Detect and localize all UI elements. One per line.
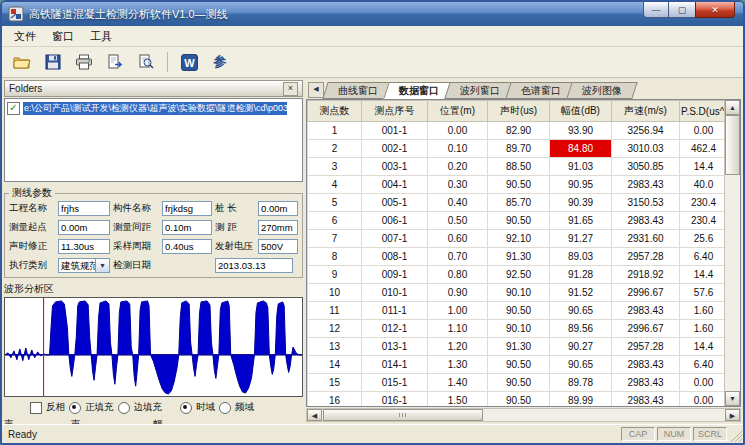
col-point-id[interactable]: 测点序号 — [362, 101, 428, 122]
table-cell[interactable]: 2 — [308, 140, 362, 158]
table-cell[interactable]: 90.50 — [488, 356, 550, 374]
table-cell[interactable]: 14.4 — [680, 266, 728, 284]
word-export-button[interactable]: W — [175, 49, 203, 76]
col-point-count[interactable]: 测点数 — [308, 101, 362, 122]
table-cell[interactable]: 2996.67 — [612, 320, 680, 338]
table-cell[interactable]: 0.50 — [428, 212, 488, 230]
table-cell[interactable]: 89.99 — [550, 392, 612, 408]
table-cell[interactable]: 6.40 — [680, 248, 728, 266]
table-cell[interactable]: 2996.67 — [612, 284, 680, 302]
table-cell[interactable]: 92.50 — [488, 266, 550, 284]
scroll-down-icon[interactable]: ▼ — [725, 391, 740, 406]
table-cell[interactable]: 7 — [308, 230, 362, 248]
table-cell[interactable]: 57.6 — [680, 284, 728, 302]
table-cell[interactable]: 6 — [308, 212, 362, 230]
table-cell[interactable]: 85.70 — [488, 194, 550, 212]
table-cell[interactable]: 91.65 — [550, 212, 612, 230]
freq-domain-radio[interactable] — [219, 402, 231, 414]
table-cell[interactable]: 3150.53 — [612, 194, 680, 212]
invert-checkbox[interactable] — [30, 402, 42, 414]
table-cell[interactable]: 004-1 — [362, 176, 428, 194]
chevron-down-icon[interactable]: ▼ — [95, 258, 110, 273]
save-button[interactable] — [39, 49, 67, 76]
table-cell[interactable]: 2983.43 — [612, 374, 680, 392]
table-cell[interactable]: 0.20 — [428, 158, 488, 176]
table-cell[interactable]: 90.50 — [488, 302, 550, 320]
param-value-project[interactable]: frjhs — [58, 201, 110, 216]
table-cell[interactable]: 3256.94 — [612, 122, 680, 140]
scroll-up-icon[interactable]: ▲ — [725, 100, 740, 115]
table-cell[interactable]: 11 — [308, 302, 362, 320]
table-cell[interactable]: 016-1 — [362, 392, 428, 408]
tab-wavetrain-image[interactable]: 波列图像 — [569, 82, 635, 99]
menu-file[interactable]: 文件 — [6, 27, 44, 46]
param-value-sample-period[interactable]: 0.40us — [162, 239, 212, 254]
tab-data-window[interactable]: 数据窗口 — [386, 82, 452, 99]
table-cell[interactable]: 40.0 — [680, 176, 728, 194]
table-cell[interactable]: 90.65 — [550, 356, 612, 374]
table-cell[interactable]: 462.4 — [680, 140, 728, 158]
table-cell[interactable]: 6.40 — [680, 356, 728, 374]
menu-window[interactable]: 窗口 — [44, 27, 82, 46]
table-cell[interactable]: 90.50 — [488, 392, 550, 408]
table-cell[interactable]: 16 — [308, 392, 362, 408]
table-cell[interactable]: 91.28 — [550, 266, 612, 284]
param-value-date[interactable]: 2013.03.13 — [215, 258, 293, 273]
table-cell[interactable]: 2957.28 — [612, 248, 680, 266]
table-row[interactable]: 14014-11.3090.5090.652983.436.40 — [308, 356, 728, 374]
table-cell[interactable]: 015-1 — [362, 374, 428, 392]
table-cell[interactable]: 012-1 — [362, 320, 428, 338]
table-cell[interactable]: 89.70 — [488, 140, 550, 158]
table-cell[interactable]: 0.00 — [680, 374, 728, 392]
table-row[interactable]: 15015-11.4090.5089.782983.430.00 — [308, 374, 728, 392]
table-cell[interactable]: 0.60 — [428, 230, 488, 248]
col-psd[interactable]: P.S.D(us^2/m — [680, 101, 728, 122]
folder-tree[interactable]: ✓ e:\公司产品\测试开发\检测仪器\超声波\实验数据\隧道检测\cd\p00… — [4, 98, 303, 182]
table-cell[interactable]: 1.20 — [428, 338, 488, 356]
table-cell[interactable]: 91.30 — [488, 338, 550, 356]
table-cell[interactable]: 2983.43 — [612, 392, 680, 408]
table-cell[interactable]: 91.27 — [550, 230, 612, 248]
menu-tools[interactable]: 工具 — [82, 27, 120, 46]
param-value-distance[interactable]: 270mm — [258, 220, 298, 235]
table-cell[interactable]: 89.03 — [550, 248, 612, 266]
table-cell[interactable]: 4 — [308, 176, 362, 194]
time-domain-radio[interactable] — [180, 402, 192, 414]
table-cell[interactable]: 8 — [308, 248, 362, 266]
table-cell[interactable]: 2983.43 — [612, 212, 680, 230]
table-cell[interactable]: 88.50 — [488, 158, 550, 176]
open-button[interactable] — [8, 49, 36, 76]
tree-item[interactable]: ✓ e:\公司产品\测试开发\检测仪器\超声波\实验数据\隧道检测\cd\p00… — [7, 102, 300, 115]
table-cell[interactable]: 0.00 — [428, 122, 488, 140]
table-cell[interactable]: 3 — [308, 158, 362, 176]
table-cell[interactable]: 90.50 — [488, 212, 550, 230]
param-value-voltage[interactable]: 500V — [258, 239, 298, 254]
table-cell[interactable]: 90.27 — [550, 338, 612, 356]
col-velocity[interactable]: 声速(m/s) — [612, 101, 680, 122]
table-cell[interactable]: 12 — [308, 320, 362, 338]
table-cell[interactable]: 0.80 — [428, 266, 488, 284]
table-cell[interactable]: 009-1 — [362, 266, 428, 284]
table-cell[interactable]: 10 — [308, 284, 362, 302]
table-cell[interactable]: 90.65 — [550, 302, 612, 320]
param-value-pile-length[interactable]: 0.00m — [258, 201, 298, 216]
table-cell[interactable]: 15 — [308, 374, 362, 392]
table-cell[interactable]: 90.10 — [488, 320, 550, 338]
waveform-plot[interactable] — [4, 297, 303, 397]
table-cell[interactable]: 0.30 — [428, 176, 488, 194]
param-value-component[interactable]: frjkdsg — [162, 201, 212, 216]
table-cell[interactable]: 005-1 — [362, 194, 428, 212]
table-cell[interactable]: 90.50 — [488, 176, 550, 194]
table-cell[interactable]: 0.70 — [428, 248, 488, 266]
maximize-button[interactable]: ▢ — [669, 2, 695, 18]
param-value-spacing[interactable]: 0.10m — [162, 220, 212, 235]
export-button[interactable] — [101, 49, 129, 76]
table-cell[interactable]: 008-1 — [362, 248, 428, 266]
table-cell[interactable]: 84.80 — [550, 140, 612, 158]
param-value-start[interactable]: 0.00m — [58, 220, 110, 235]
scroll-right-icon[interactable]: ▶ — [725, 409, 740, 421]
tab-curve-window[interactable]: 曲线窗口 — [325, 82, 391, 99]
table-row[interactable]: 10010-10.9090.1091.522996.6757.6 — [308, 284, 728, 302]
table-cell[interactable]: 91.03 — [550, 158, 612, 176]
table-cell[interactable]: 230.4 — [680, 194, 728, 212]
